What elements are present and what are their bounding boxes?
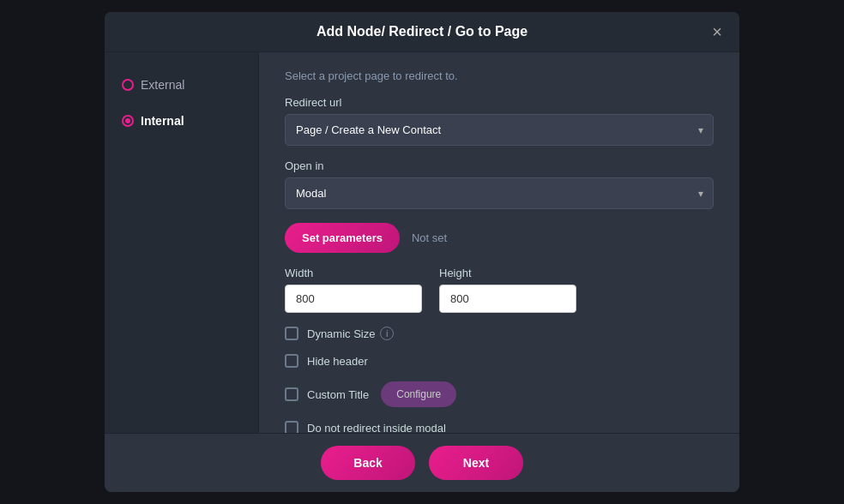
hide-header-label: Hide header	[307, 355, 368, 368]
modal-title: Add Node/ Redirect / Go to Page	[316, 24, 528, 39]
dimensions-row: Width Height	[285, 267, 714, 313]
height-input[interactable]	[439, 285, 576, 313]
redirect-url-label: Redirect url	[285, 96, 714, 109]
height-field: Height	[439, 267, 576, 313]
dynamic-size-row: Dynamic Size i	[285, 327, 714, 340]
dynamic-size-label: Dynamic Size i	[307, 327, 394, 340]
redirect-url-select[interactable]: Page / Create a New Contact Page / Home …	[285, 114, 714, 146]
dynamic-size-info-icon: i	[380, 327, 394, 340]
height-label: Height	[439, 267, 576, 279]
modal-body: External Internal Select a project page …	[105, 52, 739, 433]
width-field: Width	[285, 267, 422, 313]
modal-header: Add Node/ Redirect / Go to Page ×	[105, 12, 739, 52]
sidebar-label-external: External	[141, 78, 184, 92]
sidebar-item-internal[interactable]: Internal	[105, 105, 258, 136]
sidebar-item-external[interactable]: External	[105, 69, 258, 100]
open-in-group: Open in Modal New Tab Same Tab ▾	[285, 159, 714, 209]
hide-header-row: Hide header	[285, 354, 714, 368]
open-in-wrapper: Modal New Tab Same Tab ▾	[285, 177, 714, 209]
sidebar-label-internal: Internal	[141, 114, 184, 128]
not-set-label: Not set	[412, 231, 447, 244]
redirect-url-wrapper: Page / Create a New Contact Page / Home …	[285, 114, 714, 146]
no-redirect-row: Do not redirect inside modal	[285, 421, 714, 433]
custom-title-row: Custom Title Configure	[285, 381, 714, 407]
hint-text: Select a project page to redirect to.	[285, 69, 714, 82]
sidebar: External Internal	[105, 52, 259, 433]
configure-button[interactable]: Configure	[381, 381, 456, 407]
modal-footer: Back Next	[105, 433, 739, 492]
open-in-select[interactable]: Modal New Tab Same Tab	[285, 177, 714, 209]
close-button[interactable]: ×	[708, 20, 726, 44]
dynamic-size-checkbox[interactable]	[285, 327, 298, 340]
back-button[interactable]: Back	[321, 446, 415, 480]
custom-title-label: Custom Title	[307, 388, 369, 401]
open-in-label: Open in	[285, 159, 714, 172]
no-redirect-label: Do not redirect inside modal	[307, 422, 446, 434]
radio-external	[122, 79, 134, 91]
modal-overlay: Add Node/ Redirect / Go to Page × Extern…	[0, 0, 844, 504]
radio-internal	[122, 115, 134, 127]
custom-title-checkbox[interactable]	[285, 387, 298, 401]
set-parameters-button[interactable]: Set parameters	[285, 223, 400, 253]
main-content: Select a project page to redirect to. Re…	[259, 52, 739, 433]
width-input[interactable]	[285, 285, 422, 313]
redirect-url-group: Redirect url Page / Create a New Contact…	[285, 96, 714, 146]
next-button[interactable]: Next	[429, 446, 523, 480]
params-row: Set parameters Not set	[285, 223, 714, 253]
no-redirect-checkbox[interactable]	[285, 421, 298, 433]
width-label: Width	[285, 267, 422, 279]
modal: Add Node/ Redirect / Go to Page × Extern…	[105, 12, 739, 492]
hide-header-checkbox[interactable]	[285, 354, 298, 368]
